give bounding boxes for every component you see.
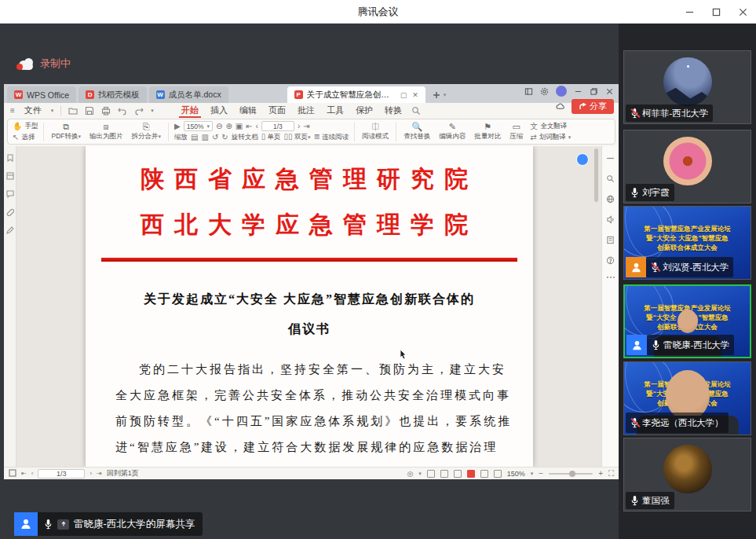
close-button[interactable] [729, 0, 756, 24]
locate-icon[interactable]: ◎ [407, 470, 413, 478]
status-zoom-in-icon[interactable]: + [598, 470, 603, 478]
settings-icon[interactable] [540, 87, 549, 96]
maximize-button[interactable] [703, 0, 729, 24]
account-avatar[interactable] [556, 86, 567, 97]
translate-word-button[interactable]: ⇄划词翻译▾ [530, 133, 571, 142]
find-replace-button[interactable]: 🔍查找替换 [402, 122, 432, 141]
wps-restore-icon[interactable] [590, 87, 598, 96]
split-merge-button[interactable]: ⎘拆分合并▾ [130, 122, 163, 141]
read-mode-button[interactable]: ⎅阅读模式 [360, 122, 390, 141]
tab-active-document[interactable]: P 关于成立智慧应急创新联合体 ▢ ✕ [287, 86, 425, 103]
status-page-indicator[interactable]: 1/3 [38, 469, 85, 478]
fit-page-icon[interactable]: ▣ [236, 123, 243, 130]
status-zoom-out-icon[interactable]: − [539, 470, 543, 478]
save-icon[interactable] [85, 106, 94, 116]
notes-icon[interactable] [606, 236, 615, 244]
hand-tool-button[interactable]: ✋手型 [13, 122, 38, 131]
zoom-slider-thumb[interactable] [569, 471, 575, 477]
fullscreen-icon[interactable]: ⛶ [608, 470, 614, 478]
menu-search-icon[interactable] [411, 106, 421, 116]
participant-tile[interactable]: 刘宇霞 [623, 130, 751, 204]
wps-close-icon[interactable] [605, 87, 614, 96]
zoom-out-icon[interactable]: ⊖ [216, 123, 222, 130]
redo-icon[interactable] [134, 106, 144, 116]
select-tool-button[interactable]: ↖选择 [13, 133, 38, 142]
single-page-status-icon[interactable] [480, 470, 488, 478]
edit-content-button[interactable]: ✎编辑内容 [437, 122, 467, 141]
read-aloud-icon[interactable] [606, 215, 615, 224]
hamburger-icon[interactable]: ≡ [10, 107, 15, 115]
continuous-read-button[interactable]: ≣ 连续阅读 [314, 133, 349, 142]
pdf-convert-button[interactable]: ⧉PDF转换▾ [49, 122, 82, 141]
menu-home[interactable]: 开始 [179, 103, 201, 118]
thumbnail-panel-icon[interactable] [6, 172, 14, 180]
status-zoom-value[interactable]: 150% [507, 470, 525, 478]
participant-tile[interactable]: 柯菲菲-西北大学 [623, 50, 751, 124]
fit-page-status-icon[interactable] [440, 470, 448, 478]
fit-width-icon[interactable]: ▤ [191, 134, 198, 141]
tab-list-caret-icon[interactable]: ▾ [444, 92, 447, 98]
zoom-slider[interactable] [549, 473, 593, 475]
two-page-status-icon[interactable] [454, 470, 462, 478]
tab-wps-home[interactable]: W WPS Office [7, 86, 76, 103]
minimize-button[interactable] [676, 0, 703, 24]
quickbar-caret-icon[interactable]: ▾ [151, 108, 154, 114]
search-icon[interactable] [606, 174, 615, 183]
last-page-icon[interactable]: ⇥ [303, 123, 309, 130]
participant-tile[interactable]: 董国强 [623, 438, 751, 512]
fit-height-icon[interactable]: ▥ [201, 134, 208, 141]
file-caret-icon[interactable]: ▾ [51, 108, 54, 114]
task-window-icon[interactable] [524, 87, 533, 96]
rotate-right-icon[interactable]: ↻ [221, 134, 228, 141]
menu-file[interactable]: 文件 [22, 103, 44, 118]
page-layout-icon[interactable] [9, 469, 16, 478]
zoom-select[interactable]: 150%▾ [184, 121, 213, 131]
back-to-first-page[interactable]: 回到第1页 [107, 468, 139, 478]
first-page-icon[interactable]: ⇤ [246, 123, 252, 130]
new-tab-button[interactable]: ▾ [428, 86, 451, 103]
compress-button[interactable]: ▭压缩 [508, 122, 524, 141]
more-icon[interactable] [607, 277, 615, 278]
menu-convert[interactable]: 转换 [382, 103, 404, 118]
participant-tile-speaking[interactable]: 第一届智慧应急产业发展论坛 暨“大安全 大应急”智慧应急 创新联合体成立大会 雷… [623, 284, 751, 358]
last-page-status-icon[interactable]: ⇥ [97, 470, 102, 478]
wps-share-button[interactable]: 分享 [572, 99, 614, 114]
zoom-in-icon[interactable]: ⊕ [225, 123, 232, 130]
tab-docer-templates[interactable]: D 找稻壳模板 [79, 86, 147, 103]
open-folder-icon[interactable] [68, 106, 78, 116]
export-image-button[interactable]: ⧈输出为图片 [88, 122, 125, 141]
play-mode-status-icon[interactable] [467, 470, 475, 478]
document-scrollbar[interactable] [593, 146, 599, 467]
prev-page-status-icon[interactable]: ‹ [31, 470, 34, 478]
participant-tile[interactable]: 第一届智慧应急产业发展论坛 暨“大安全 大应急”智慧应急 创新联合体成立大会 刘… [623, 206, 751, 280]
first-page-status-icon[interactable]: ⇤ [21, 470, 27, 478]
wps-minimize-icon[interactable] [574, 87, 583, 96]
help-icon[interactable] [606, 256, 615, 265]
bookmark-icon[interactable] [6, 154, 14, 162]
menu-page[interactable]: 页面 [266, 103, 288, 118]
tab-restore-icon[interactable]: ▢ [400, 91, 407, 99]
prev-page-icon[interactable]: ‹ [256, 123, 258, 130]
menu-protect[interactable]: 保护 [353, 103, 375, 118]
translate-side-icon[interactable] [606, 195, 615, 204]
menu-comment[interactable]: 批注 [295, 103, 317, 118]
book-mode-status-icon[interactable] [494, 470, 502, 478]
scrollbar-thumb[interactable] [594, 148, 598, 202]
print-icon[interactable] [101, 106, 111, 116]
next-page-icon[interactable]: › [298, 123, 300, 130]
menu-edit[interactable]: 编辑 [237, 103, 259, 118]
participant-tile[interactable]: 第一届智慧应急产业发展论坛 暨“大安全 大应急”智慧应急 创新联合体成立大会 李… [623, 361, 751, 435]
tab-member-list-doc[interactable]: W 成员名单.docx [149, 86, 228, 103]
play-icon[interactable]: ▶ [174, 123, 181, 130]
collapse-strip-icon[interactable] [606, 154, 615, 163]
pen-annotate-icon[interactable] [6, 226, 14, 234]
batch-compare-button[interactable]: ⚑批量对比 [473, 122, 502, 141]
translate-full-button[interactable]: 文全文翻译 [530, 122, 571, 131]
collaborator-avatar-badge[interactable] [576, 153, 589, 166]
tab-close-icon[interactable]: ✕ [412, 91, 418, 99]
rotate-doc-button[interactable]: 旋转文档 [232, 133, 258, 142]
single-page-button[interactable]: ▯ 单页 [261, 133, 281, 142]
attachment-icon[interactable] [6, 208, 14, 216]
cloud-sync-icon[interactable] [556, 102, 564, 111]
double-page-button[interactable]: ▯▯ 双页▾ [284, 133, 311, 142]
